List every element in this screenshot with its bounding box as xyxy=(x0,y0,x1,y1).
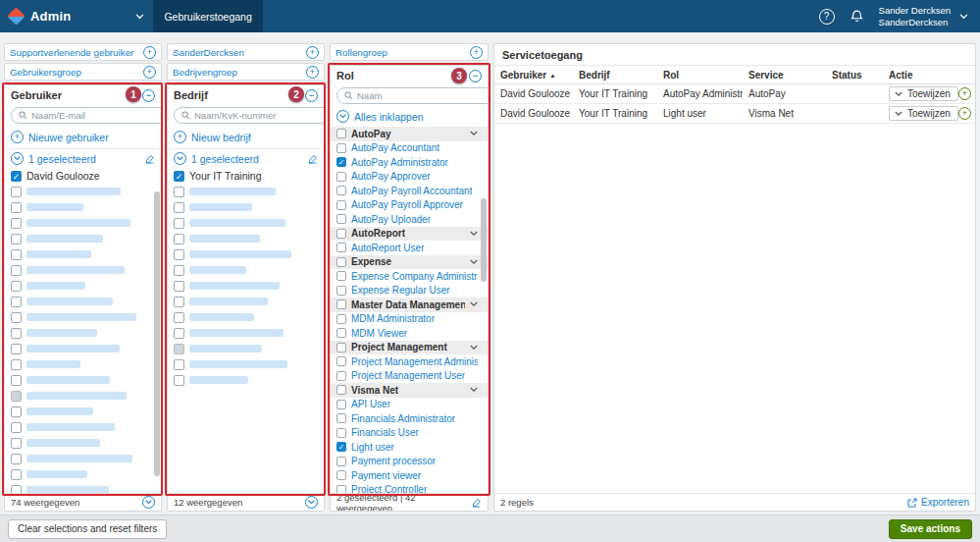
collapse-circle-icon[interactable]: − xyxy=(469,70,482,82)
checkbox[interactable] xyxy=(11,249,22,260)
plus-circle-icon[interactable]: + xyxy=(306,66,319,79)
list-item[interactable] xyxy=(168,262,324,278)
role-item-row[interactable]: AutoPay Approver xyxy=(331,170,488,185)
column-header-actie[interactable]: Actie xyxy=(883,70,975,81)
column-header-gebruiker[interactable]: Gebruiker ▲ xyxy=(494,70,573,81)
chevron-down-icon[interactable] xyxy=(470,259,478,265)
search-input[interactable] xyxy=(31,110,161,121)
checkbox[interactable] xyxy=(336,271,346,281)
role-item-row[interactable]: ✓AutoPay Administrator xyxy=(331,155,488,170)
list-item[interactable] xyxy=(5,262,161,278)
checkbox[interactable] xyxy=(336,143,346,153)
scrollbar[interactable] xyxy=(154,191,160,476)
chevron-down-icon[interactable] xyxy=(470,131,478,136)
chevron-down-icon[interactable] xyxy=(470,345,478,351)
checkbox[interactable] xyxy=(11,202,22,213)
checkbox[interactable] xyxy=(174,187,184,197)
checkbox[interactable] xyxy=(11,297,22,307)
checkbox[interactable] xyxy=(174,249,184,260)
role-item-row[interactable]: Project Controller xyxy=(331,483,488,494)
checkbox[interactable] xyxy=(11,391,22,402)
role-group-row[interactable]: AutoReport xyxy=(331,227,488,242)
list-item[interactable] xyxy=(5,356,161,372)
list-item[interactable] xyxy=(5,404,161,419)
help-icon[interactable]: ? xyxy=(819,9,835,25)
list-item[interactable] xyxy=(168,294,324,309)
search-input[interactable] xyxy=(357,90,487,101)
checkbox[interactable]: ✓ xyxy=(11,171,22,182)
checkbox[interactable] xyxy=(11,328,22,339)
assign-dropdown[interactable]: Toewijzen xyxy=(889,86,958,101)
list-item[interactable] xyxy=(5,341,161,356)
checkbox[interactable] xyxy=(336,314,346,324)
column-header-service[interactable]: Service xyxy=(743,70,826,81)
scrollbar[interactable] xyxy=(481,198,487,282)
list-item[interactable] xyxy=(168,341,324,356)
role-item-row[interactable]: Project Management Administrator xyxy=(331,354,488,369)
collapse-selected-icon[interactable] xyxy=(11,152,24,165)
checkbox[interactable] xyxy=(11,422,22,433)
list-item[interactable] xyxy=(168,184,324,199)
checkbox[interactable] xyxy=(11,438,22,449)
checkbox[interactable] xyxy=(336,485,346,493)
checkbox[interactable] xyxy=(174,281,184,292)
role-group-row[interactable]: Master Data Management xyxy=(331,298,488,312)
checkbox[interactable] xyxy=(11,281,22,292)
checkbox[interactable] xyxy=(336,343,346,352)
list-item[interactable] xyxy=(5,199,161,215)
list-item[interactable] xyxy=(168,325,324,341)
role-item-row[interactable]: ✓Light user xyxy=(331,440,488,455)
role-group-row[interactable]: Visma Net xyxy=(331,383,488,398)
checkbox[interactable] xyxy=(336,385,346,395)
checkbox[interactable]: ✓ xyxy=(174,171,184,182)
chevron-down-icon[interactable] xyxy=(470,301,478,307)
list-item[interactable] xyxy=(5,482,161,493)
collapsed-panel-supportverlenende-gebruiker[interactable]: Supportverlenende gebruiker + xyxy=(4,43,162,61)
list-item[interactable] xyxy=(5,388,161,404)
plus-circle-icon[interactable]: + xyxy=(306,46,319,59)
checkbox[interactable] xyxy=(11,469,22,480)
checkbox[interactable] xyxy=(336,172,346,182)
list-item[interactable] xyxy=(5,294,161,309)
role-item-row[interactable]: AutoPay Payroll Approver xyxy=(331,198,488,213)
role-item-row[interactable]: Expense Regular User xyxy=(331,284,488,298)
list-item[interactable] xyxy=(168,199,324,215)
list-item[interactable] xyxy=(5,372,161,388)
column-header-bedrijf[interactable]: Bedrijf xyxy=(573,70,657,81)
plus-circle-icon[interactable]: + xyxy=(470,46,483,59)
selected-company-row[interactable]: ✓ Your IT Training xyxy=(168,168,324,184)
checkbox[interactable] xyxy=(336,186,346,195)
checkbox[interactable] xyxy=(11,344,22,354)
checkbox[interactable] xyxy=(336,457,346,466)
checkbox[interactable] xyxy=(174,344,184,354)
checkbox[interactable] xyxy=(11,218,22,229)
collapsed-panel-gebruikersgroep[interactable]: Gebruikersgroep + xyxy=(4,63,162,81)
checkbox[interactable] xyxy=(336,400,346,409)
role-item-row[interactable]: Project Management User xyxy=(331,369,488,384)
checkbox[interactable] xyxy=(336,129,346,138)
user-menu[interactable]: Sander Dercksen SanderDercksen xyxy=(879,5,968,27)
expand-circle-icon[interactable] xyxy=(305,496,318,509)
assign-dropdown[interactable]: Toewijzen xyxy=(889,106,958,121)
role-item-row[interactable]: AutoReport User xyxy=(331,241,488,255)
checkbox[interactable] xyxy=(174,375,184,386)
save-actions-button[interactable]: Save actions xyxy=(889,519,972,539)
export-link[interactable]: Exporteren xyxy=(907,497,969,508)
role-item-row[interactable]: API User xyxy=(331,398,488,412)
role-item-row[interactable]: Payment processor xyxy=(331,455,488,469)
role-item-row[interactable]: Financials User xyxy=(331,426,488,441)
role-group-row[interactable]: Expense xyxy=(331,255,488,270)
role-item-row[interactable]: AutoPay Uploader xyxy=(331,212,488,227)
new-company-link[interactable]: + Nieuw bedrijf xyxy=(168,127,324,149)
checkbox[interactable] xyxy=(336,413,346,423)
checkbox[interactable] xyxy=(174,234,184,244)
role-group-row[interactable]: AutoPay xyxy=(331,127,488,141)
selected-user-row[interactable]: ✓ David Goulooze xyxy=(5,168,161,184)
checkbox[interactable] xyxy=(11,454,22,464)
list-item[interactable] xyxy=(5,309,161,325)
checkbox[interactable] xyxy=(174,202,184,213)
add-circle-icon[interactable]: + xyxy=(958,107,971,120)
eraser-icon[interactable] xyxy=(307,153,318,164)
checkbox[interactable] xyxy=(336,470,346,480)
collapse-circle-icon[interactable]: − xyxy=(142,89,155,102)
